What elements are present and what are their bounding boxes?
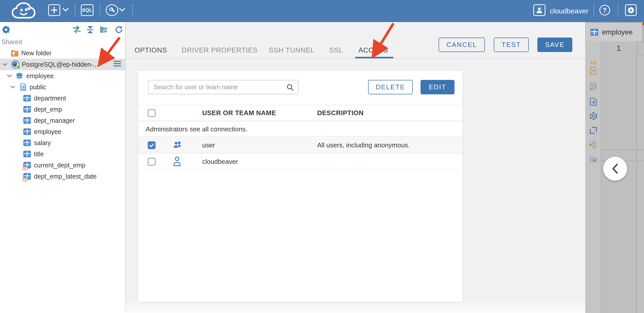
navigation-sidebar: Shared New folder bbox=[0, 22, 126, 313]
collapse-panel-button[interactable] bbox=[603, 157, 627, 181]
select-all-checkbox[interactable] bbox=[148, 109, 156, 117]
access-table-header: USER OR TEAM NAME DESCRIPTION bbox=[138, 105, 463, 121]
connection-menu-icon[interactable] bbox=[113, 61, 121, 68]
new-folder-icon[interactable] bbox=[100, 26, 108, 34]
grouping-panel-icon[interactable] bbox=[589, 140, 598, 149]
wrench-icon bbox=[109, 7, 115, 13]
grid-line bbox=[601, 41, 601, 313]
new-connection-button[interactable] bbox=[48, 4, 60, 16]
tree-item-label: PostgreSQL@ep-hidden-... bbox=[22, 61, 98, 68]
row-checkbox-checked[interactable] bbox=[148, 141, 156, 149]
table-viewer-panel: 1 employee bbox=[585, 22, 644, 313]
user-name-label: cloudbeaver bbox=[550, 0, 589, 22]
database-navigator-tree: New folder PostgreSQL@ep-hidden-... bbox=[0, 47, 125, 182]
top-bar: SQL cloudbeaver ? bbox=[0, 0, 644, 22]
tree-item-database-employee[interactable]: employee bbox=[0, 70, 125, 81]
postgresql-icon bbox=[11, 60, 20, 68]
admin-info-text: Administrators see all connections. bbox=[146, 125, 248, 133]
editor-tab-bar: employee bbox=[585, 22, 644, 41]
tree-item-label: dept_emp_latest_date bbox=[34, 173, 97, 180]
tab-driver-properties[interactable]: DRIVER PROPERTIES bbox=[182, 46, 258, 54]
plus-icon bbox=[51, 7, 58, 13]
chevron-left-icon bbox=[611, 163, 619, 175]
new-connection-chevron-icon[interactable] bbox=[63, 8, 69, 12]
tab-ssh-tunnel[interactable]: SSH TUNNEL bbox=[269, 46, 315, 54]
save-button[interactable]: SAVE bbox=[537, 38, 572, 52]
execute-script-icon[interactable] bbox=[589, 66, 598, 75]
sync-connection-icon[interactable] bbox=[73, 26, 81, 34]
check-icon bbox=[148, 142, 155, 148]
collapse-all-icon[interactable] bbox=[86, 26, 94, 34]
test-button[interactable]: TEST bbox=[494, 38, 529, 52]
topbar-divider bbox=[132, 4, 133, 17]
ai-assistant-icon[interactable] bbox=[589, 112, 598, 121]
expand-chevron-icon[interactable] bbox=[11, 86, 15, 89]
tree-item-new-folder[interactable]: New folder bbox=[0, 47, 125, 59]
tree-item-label: employee bbox=[26, 72, 54, 80]
table-icon bbox=[23, 128, 31, 135]
navigator-toolbar bbox=[0, 22, 125, 37]
search-input[interactable] bbox=[148, 80, 298, 94]
view-icon bbox=[23, 173, 31, 180]
table-icon bbox=[23, 140, 31, 146]
tree-item-view-current-dept-emp[interactable]: current_dept_emp bbox=[0, 160, 125, 171]
tree-item-label: title bbox=[34, 150, 44, 158]
row-name: cloudbeaver bbox=[202, 158, 238, 166]
database-icon bbox=[16, 73, 23, 79]
grid-line bbox=[636, 41, 637, 313]
tabs-divider bbox=[126, 58, 585, 59]
tree-item-view-dept-emp-latest-date[interactable]: dept_emp_latest_date bbox=[0, 171, 125, 182]
user-menu-button[interactable] bbox=[533, 4, 545, 16]
help-button[interactable]: ? bbox=[599, 5, 610, 15]
team-icon bbox=[173, 141, 182, 149]
tab-employee-table[interactable]: employee bbox=[586, 23, 642, 41]
driver-manager-button[interactable] bbox=[106, 4, 118, 16]
grid-line bbox=[601, 150, 644, 150]
tab-ssl[interactable]: SSL bbox=[329, 46, 343, 54]
admin-info-row: Administrators see all connections. bbox=[138, 122, 463, 137]
settings-button[interactable] bbox=[625, 4, 637, 16]
table-row-cloudbeaver[interactable]: cloudbeaver bbox=[138, 154, 463, 170]
tree-item-table-dept-emp[interactable]: dept_emp bbox=[0, 104, 125, 115]
tree-item-table-salary[interactable]: salary bbox=[0, 137, 125, 148]
tree-item-label: dept_manager bbox=[34, 117, 75, 124]
grid-line bbox=[636, 55, 644, 55]
tree-item-postgresql-connection[interactable]: PostgreSQL@ep-hidden-... bbox=[0, 59, 125, 70]
tree-item-schema-public[interactable]: public bbox=[0, 81, 125, 93]
tree-section-label: Shared bbox=[2, 38, 22, 46]
export-data-icon[interactable] bbox=[589, 97, 598, 106]
schema-icon bbox=[20, 83, 26, 91]
view-icon bbox=[23, 162, 31, 168]
navigator-settings-gear-icon[interactable] bbox=[2, 26, 10, 34]
grid-line bbox=[636, 41, 644, 42]
user-icon bbox=[536, 7, 543, 14]
tree-item-label: public bbox=[30, 83, 46, 91]
generate-script-icon[interactable] bbox=[589, 82, 598, 91]
table-icon bbox=[23, 106, 31, 113]
cancel-button[interactable]: CANCEL bbox=[439, 38, 485, 52]
driver-manager-chevron-icon[interactable] bbox=[119, 8, 125, 12]
tree-item-table-department[interactable]: department bbox=[0, 93, 125, 104]
refresh-icon[interactable] bbox=[115, 26, 123, 34]
tab-access[interactable]: ACCESS bbox=[358, 46, 388, 54]
tree-item-table-title[interactable]: title bbox=[0, 148, 125, 160]
auto-fit-icon[interactable] bbox=[589, 126, 598, 135]
tab-label: employee bbox=[602, 28, 633, 36]
table-icon bbox=[23, 151, 31, 157]
column-header-name: USER OR TEAM NAME bbox=[202, 109, 276, 117]
search-icon[interactable] bbox=[286, 83, 294, 91]
edit-button[interactable]: EDIT bbox=[421, 80, 454, 94]
tree-item-table-dept-manager[interactable]: dept_manager bbox=[0, 115, 125, 126]
sql-editor-button[interactable]: SQL bbox=[81, 4, 93, 16]
table-row-user[interactable]: user All users, including anonymous. bbox=[138, 137, 463, 153]
expand-chevron-icon[interactable] bbox=[7, 74, 12, 77]
delete-button[interactable]: DELETE bbox=[368, 80, 413, 94]
tree-item-table-employee[interactable]: employee bbox=[0, 126, 125, 137]
expand-chevron-icon[interactable] bbox=[3, 63, 7, 66]
row-checkbox-unchecked[interactable] bbox=[148, 158, 156, 166]
tree-item-label: New folder bbox=[21, 49, 52, 57]
tab-options[interactable]: OPTIONS bbox=[135, 46, 167, 54]
output-folder-icon[interactable] bbox=[589, 155, 598, 164]
cloudbeaver-logo-icon bbox=[11, 2, 36, 22]
data-editor-toolbar bbox=[585, 41, 601, 313]
